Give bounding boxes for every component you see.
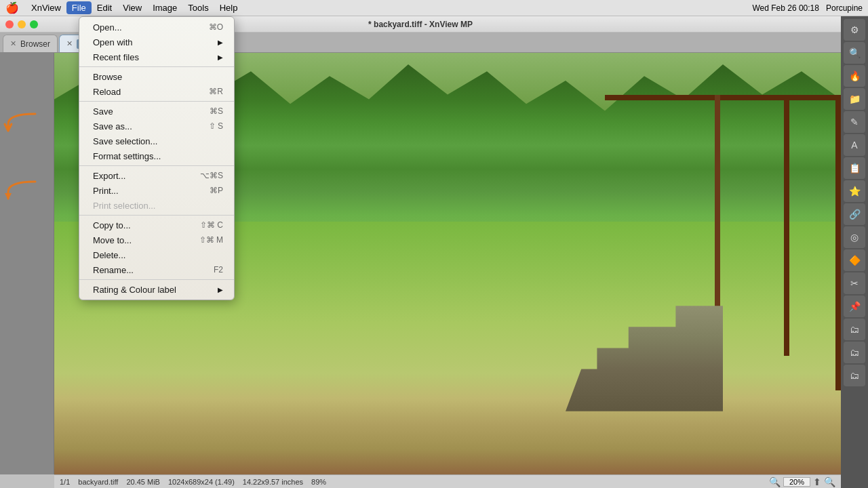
arrow-indicator-2 [1,178,42,211]
window-controls [5,20,38,28]
menu-print-shortcut: ⌘P [210,186,223,195]
status-filename: backyard.tiff [78,478,118,486]
menu-format-settings-label: Format settings... [93,151,161,161]
menu-export[interactable]: Export... ⌥⌘S [79,168,234,183]
status-physical: 14.22x9.57 inches [243,478,303,486]
apple-menu[interactable]: 🍎 [5,1,19,14]
menu-save-selection[interactable]: Save selection... [79,134,234,148]
menu-delete-label: Delete... [93,250,125,260]
menubar-edit[interactable]: Edit [92,1,117,14]
sidebar-btn-9[interactable]: 🔗 [844,203,865,225]
svg-marker-1 [5,193,12,200]
menu-export-shortcut: ⌥⌘S [200,171,223,180]
menu-rename-label: Rename... [93,265,134,275]
sidebar-btn-3[interactable]: 🔥 [844,65,865,87]
menu-move-to-shortcut: ⇧⌘ M [199,235,223,245]
left-panel [0,53,54,474]
menu-save-selection-label: Save selection... [93,136,157,146]
sidebar-btn-11[interactable]: 🔶 [844,249,865,271]
tab-close-backyard[interactable]: ✕ [66,39,73,48]
zoom-input[interactable] [783,477,810,487]
status-zoom: 89% [311,478,326,486]
menu-save-as[interactable]: Save as... ⇧ S [79,119,234,134]
menu-print-label: Print... [93,186,119,196]
sidebar-btn-15[interactable]: 🗂 [844,342,865,363]
menu-sep-3 [79,165,234,166]
menu-delete[interactable]: Delete... [79,247,234,262]
menu-sep-5 [79,279,234,280]
menu-rating-label: Rating & Colour label [93,285,176,295]
menubar-clock: Wed Feb 26 00:18 [752,3,819,13]
menu-sep-1 [79,66,234,67]
menu-print-selection: Print selection... [79,198,234,213]
menu-open-shortcut: ⌘O [209,22,223,32]
menu-open-with[interactable]: Open with [79,35,234,49]
menubar-image[interactable]: Image [147,1,182,14]
menu-save[interactable]: Save ⌘S [79,104,234,119]
menu-open-with-label: Open with [93,37,133,47]
tab-browser[interactable]: ✕ Browser [3,35,58,52]
arrow-indicator-1 [1,110,42,143]
sidebar-btn-5[interactable]: ✎ [844,111,865,133]
menu-export-label: Export... [93,171,125,181]
menu-rating[interactable]: Rating & Colour label [79,282,234,297]
menu-copy-to[interactable]: Copy to... ⇧⌘ C [79,218,234,232]
zoom-in-icon[interactable]: 🔍 [824,476,835,487]
menu-move-to[interactable]: Move to... ⇧⌘ M [79,232,234,247]
zoom-out-icon[interactable]: 🔍 [769,476,781,487]
menu-copy-to-label: Copy to... [93,220,131,230]
sidebar-btn-13[interactable]: 📌 [844,296,865,317]
status-dimensions: 1024x689x24 (1.49) [168,478,235,486]
menu-open[interactable]: Open... ⌘O [79,20,234,35]
sidebar-btn-2[interactable]: 🔍 [844,42,865,64]
menubar-view[interactable]: View [117,1,147,14]
sidebar-btn-1[interactable]: ⚙ [844,19,865,41]
menu-format-settings[interactable]: Format settings... [79,148,234,163]
sidebar-btn-6[interactable]: A [844,134,865,156]
sidebar-btn-7[interactable]: 📋 [844,157,865,179]
status-page: 1/1 [60,478,70,486]
svg-marker-0 [5,125,12,132]
sidebar-btn-16[interactable]: 🗂 [844,365,865,386]
menubar-xnview[interactable]: XnView [26,1,66,14]
zoom-stepper[interactable]: ⬆ [813,476,821,487]
menu-save-as-label: Save as... [93,121,132,131]
menu-browse[interactable]: Browse [79,69,234,84]
right-sidebar: ⚙ 🔍 🔥 📁 ✎ A 📋 ⭐ 🔗 ◎ 🔶 ✂ 📌 🗂 🗂 🗂 [841,16,868,488]
menu-reload-shortcut: ⌘R [209,87,223,96]
menubar-file[interactable]: File [66,1,92,14]
sidebar-btn-4[interactable]: 📁 [844,88,865,110]
close-button[interactable] [5,20,14,28]
menu-rename[interactable]: Rename... F2 [79,262,234,277]
statusbar-zoom-controls: 🔍 ⬆ 🔍 [769,476,835,487]
menubar-help[interactable]: Help [214,1,243,14]
menu-save-as-shortcut: ⇧ S [209,121,223,131]
menu-print-selection-label: Print selection... [93,201,156,211]
maximize-button[interactable] [30,20,38,28]
menu-reload[interactable]: Reload ⌘R [79,84,234,99]
sidebar-btn-14[interactable]: 🗂 [844,319,865,340]
menubar-right: Wed Feb 26 00:18 Porcupine [752,3,863,13]
menu-sep-4 [79,215,234,216]
menu-reload-label: Reload [93,87,121,97]
tab-label-browser: Browser [20,39,50,49]
menu-move-to-label: Move to... [93,235,132,245]
menu-save-label: Save [93,106,113,117]
tab-close-browser[interactable]: ✕ [10,39,16,48]
menu-copy-to-shortcut: ⇧⌘ C [200,220,223,230]
minimize-button[interactable] [18,20,26,28]
file-menu-dropdown: Open... ⌘O Open with Recent files Browse… [79,16,235,300]
sidebar-btn-10[interactable]: ◎ [844,226,865,248]
menu-rename-shortcut: F2 [214,265,223,274]
window-title: * backyard.tiff - XnView MP [368,20,473,29]
menu-open-label: Open... [93,22,122,33]
sidebar-btn-12[interactable]: ✂ [844,272,865,294]
menu-recent-files[interactable]: Recent files [79,49,234,64]
menubar: 🍎 XnView File Edit View Image Tools Help… [0,0,868,16]
sidebar-btn-8[interactable]: ⭐ [844,180,865,202]
menu-browse-label: Browse [93,72,122,82]
menubar-tools[interactable]: Tools [182,1,214,14]
menu-sep-2 [79,101,234,102]
menu-print[interactable]: Print... ⌘P [79,183,234,198]
menu-save-shortcut: ⌘S [210,106,223,116]
